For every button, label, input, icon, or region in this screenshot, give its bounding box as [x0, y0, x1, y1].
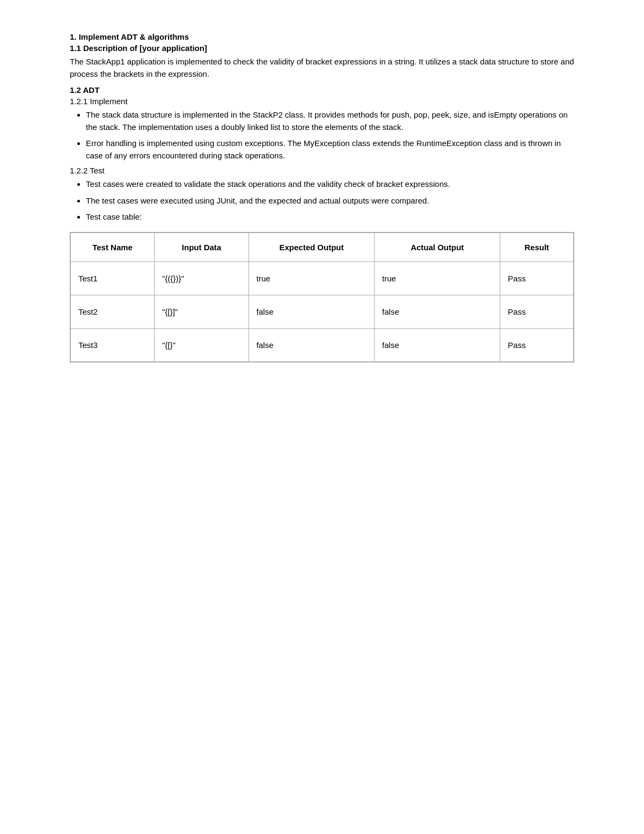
col-header-inputdata: Input Data: [155, 233, 249, 262]
cell-testname: Test2: [71, 295, 155, 328]
heading-1-1: 1.1 Description of [your application]: [70, 43, 574, 53]
col-header-result: Result: [500, 233, 574, 262]
heading-1-2: 1.2 ADT: [70, 85, 574, 95]
cell-actualoutput: false: [375, 295, 500, 328]
cell-actualoutput: true: [375, 262, 500, 295]
cell-inputdata: "{[}": [155, 328, 249, 361]
test-bullets: Test cases were created to validate the …: [86, 178, 574, 223]
col-header-expectedoutput: Expected Output: [248, 233, 374, 262]
heading-1: 1. Implement ADT & algorithms: [70, 32, 574, 41]
cell-testname: Test3: [71, 328, 155, 361]
cell-result: Pass: [500, 328, 574, 361]
col-header-testname: Test Name: [71, 233, 155, 262]
cell-inputdata: "{({})}": [155, 262, 249, 295]
col-header-actualoutput: Actual Output: [375, 233, 500, 262]
test-bullet-2: The test cases were executed using JUnit…: [86, 195, 574, 207]
cell-inputdata: "{[}]": [155, 295, 249, 328]
implement-bullet-1: The stack data structure is implemented …: [86, 109, 574, 133]
test-bullet-1: Test cases were created to validate the …: [86, 178, 574, 191]
heading-1-2-2: 1.2.2 Test: [70, 166, 574, 175]
cell-expectedoutput: true: [248, 262, 374, 295]
cell-actualoutput: false: [375, 328, 500, 361]
heading-1-2-1: 1.2.1 Implement: [70, 97, 574, 106]
cell-result: Pass: [500, 262, 574, 295]
table-header-row: Test Name Input Data Expected Output Act…: [71, 233, 574, 262]
test-bullet-3: Test case table:: [86, 211, 574, 223]
implement-bullet-2: Error handling is implemented using cust…: [86, 137, 574, 162]
description-text: The StackApp1 application is implemented…: [70, 56, 574, 80]
cell-expectedoutput: false: [248, 295, 374, 328]
cell-testname: Test1: [71, 262, 155, 295]
implement-bullets: The stack data structure is implemented …: [86, 109, 574, 162]
table-row: Test1"{({})}"truetruePass: [71, 262, 574, 295]
cell-result: Pass: [500, 295, 574, 328]
table-row: Test2"{[}]"falsefalsePass: [71, 295, 574, 328]
test-case-table: Test Name Input Data Expected Output Act…: [70, 232, 574, 362]
table-row: Test3"{[}"falsefalsePass: [71, 328, 574, 361]
cell-expectedoutput: false: [248, 328, 374, 361]
